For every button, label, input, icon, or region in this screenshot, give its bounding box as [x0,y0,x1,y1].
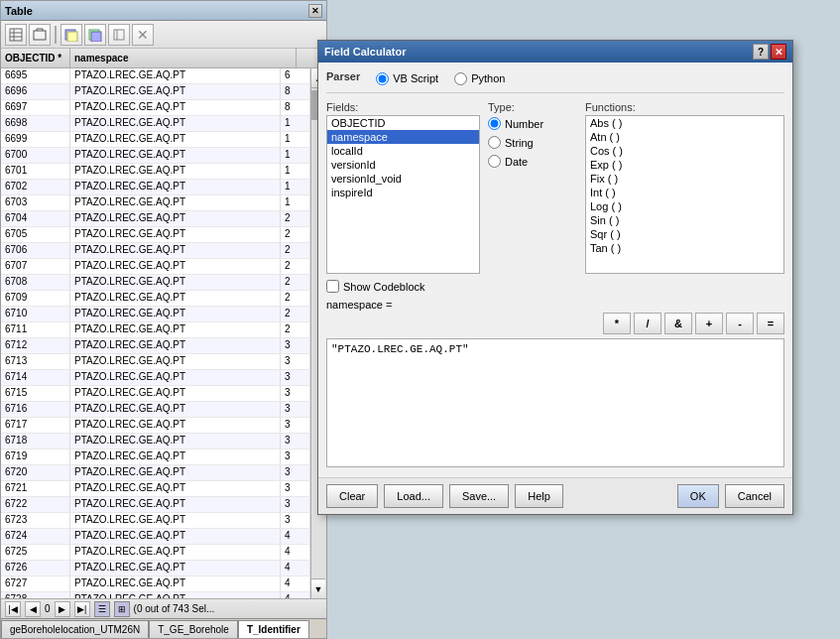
table-row[interactable]: 6696 PTAZO.LREC.GE.AQ.PT 8 [1,84,310,100]
tab-geboreholelocation[interactable]: geBoreholelocation_UTM26N [1,620,149,638]
func-list-item[interactable]: Atn ( ) [586,130,783,144]
calc-buttons-row: */&+-= [326,313,784,334]
table-row[interactable]: 6702 PTAZO.LREC.GE.AQ.PT 1 [1,180,310,195]
table-row[interactable]: 6698 PTAZO.LREC.GE.AQ.PT 1 [1,116,310,132]
table-icon[interactable]: ⊞ [114,601,130,617]
calc-op-button[interactable]: - [726,313,754,334]
vbscript-label[interactable]: VB Script [393,72,438,84]
toolbar-btn-2[interactable] [29,24,51,46]
table-row[interactable]: 6712 PTAZO.LREC.GE.AQ.PT 3 [1,338,310,354]
table-row[interactable]: 6724 PTAZO.LREC.GE.AQ.PT 4 [1,529,310,545]
table-row[interactable]: 6719 PTAZO.LREC.GE.AQ.PT 3 [1,449,310,465]
table-row[interactable]: 6723 PTAZO.LREC.GE.AQ.PT 3 [1,513,310,529]
calc-op-button[interactable]: * [603,313,631,334]
table-row[interactable]: 6722 PTAZO.LREC.GE.AQ.PT 3 [1,497,310,513]
toolbar-btn-3[interactable] [60,24,82,46]
cell-objectid: 6707 [1,259,70,274]
save-button[interactable]: Save... [449,484,509,508]
func-list-item[interactable]: Cos ( ) [586,144,783,158]
fields-list-item[interactable]: OBJECTID [327,116,479,130]
table-row[interactable]: 6726 PTAZO.LREC.GE.AQ.PT 4 [1,561,310,576]
fields-list-item[interactable]: versionId_void [327,172,479,186]
date-radio[interactable] [488,155,501,168]
cell-extra: 1 [281,132,310,147]
codeblock-label[interactable]: Show Codeblock [343,281,425,293]
fields-list-item[interactable]: inspireId [327,186,479,199]
table-row[interactable]: 6720 PTAZO.LREC.GE.AQ.PT 3 [1,465,310,481]
dialog-help-button[interactable]: ? [753,44,769,60]
table-row[interactable]: 6717 PTAZO.LREC.GE.AQ.PT 3 [1,418,310,434]
table-row[interactable]: 6705 PTAZO.LREC.GE.AQ.PT 2 [1,227,310,243]
table-row[interactable]: 6701 PTAZO.LREC.GE.AQ.PT 1 [1,164,310,180]
toolbar-btn-4[interactable] [84,24,106,46]
calc-op-button[interactable]: / [634,313,661,334]
table-row[interactable]: 6703 PTAZO.LREC.GE.AQ.PT 1 [1,195,310,211]
load-button[interactable]: Load... [384,484,443,508]
func-list-item[interactable]: Abs ( ) [586,116,783,130]
func-list-item[interactable]: Fix ( ) [586,172,783,186]
table-row[interactable]: 6715 PTAZO.LREC.GE.AQ.PT 3 [1,386,310,402]
number-radio[interactable] [488,117,501,130]
fields-list-item[interactable]: namespace [327,130,479,144]
fields-list[interactable]: OBJECTIDnamespacelocalIdversionIdversion… [326,115,480,274]
table-row[interactable]: 6697 PTAZO.LREC.GE.AQ.PT 8 [1,100,310,116]
python-radio[interactable] [454,72,467,85]
cell-extra: 8 [281,100,310,115]
table-row[interactable]: 6725 PTAZO.LREC.GE.AQ.PT 4 [1,545,310,561]
select-icon[interactable]: ☰ [94,601,110,617]
python-label[interactable]: Python [471,72,505,84]
fields-list-item[interactable]: versionId [327,158,479,172]
nav-last[interactable]: ▶| [74,601,90,617]
table-row[interactable]: 6721 PTAZO.LREC.GE.AQ.PT 3 [1,481,310,497]
table-row[interactable]: 6713 PTAZO.LREC.GE.AQ.PT 3 [1,354,310,370]
calc-op-button[interactable]: & [664,313,692,334]
table-row[interactable]: 6695 PTAZO.LREC.GE.AQ.PT 6 [1,68,310,84]
cell-namespace: PTAZO.LREC.GE.AQ.PT [70,481,281,496]
dialog-close-button[interactable]: ✕ [771,44,786,60]
table-row[interactable]: 6718 PTAZO.LREC.GE.AQ.PT 3 [1,434,310,449]
fields-list-item[interactable]: localId [327,144,479,158]
toolbar-btn-1[interactable] [5,24,27,46]
calc-op-button[interactable]: = [757,313,784,334]
cell-objectid: 6718 [1,434,70,448]
table-row[interactable]: 6700 PTAZO.LREC.GE.AQ.PT 1 [1,148,310,164]
string-radio[interactable] [488,136,501,149]
func-list-item[interactable]: Log ( ) [586,199,783,213]
close-button[interactable]: ✕ [308,4,322,18]
func-list-item[interactable]: Sin ( ) [586,213,783,227]
cell-namespace: PTAZO.LREC.GE.AQ.PT [70,275,281,290]
ok-button[interactable]: OK [677,484,719,508]
toolbar-btn-6[interactable]: ✕ [132,24,154,46]
toolbar-btn-5[interactable] [108,24,130,46]
func-list-item[interactable]: Int ( ) [586,186,783,199]
table-row[interactable]: 6727 PTAZO.LREC.GE.AQ.PT 4 [1,576,310,592]
clear-button[interactable]: Clear [326,484,378,508]
nav-first[interactable]: |◀ [5,601,21,617]
table-row[interactable]: 6714 PTAZO.LREC.GE.AQ.PT 3 [1,370,310,386]
type-panel: Type: Number String Date [488,101,577,274]
table-row[interactable]: 6710 PTAZO.LREC.GE.AQ.PT 2 [1,307,310,322]
help-button[interactable]: Help [515,484,563,508]
table-row[interactable]: 6709 PTAZO.LREC.GE.AQ.PT 2 [1,291,310,307]
table-row[interactable]: 6708 PTAZO.LREC.GE.AQ.PT 2 [1,275,310,291]
table-row[interactable]: 6706 PTAZO.LREC.GE.AQ.PT 2 [1,243,310,259]
functions-list[interactable]: Abs ( )Atn ( )Cos ( )Exp ( )Fix ( )Int (… [585,115,784,274]
func-list-item[interactable]: Exp ( ) [586,158,783,172]
codeblock-row: Show Codeblock [326,280,784,293]
table-row[interactable]: 6699 PTAZO.LREC.GE.AQ.PT 1 [1,132,310,148]
table-row[interactable]: 6707 PTAZO.LREC.GE.AQ.PT 2 [1,259,310,275]
cancel-button[interactable]: Cancel [725,484,784,508]
tab-identifier[interactable]: T_Identifier [238,620,309,638]
tab-ge-borehole[interactable]: T_GE_Borehole [149,620,238,638]
vbscript-radio[interactable] [376,72,389,85]
func-list-item[interactable]: Tan ( ) [586,241,783,255]
calc-op-button[interactable]: + [695,313,723,334]
table-row[interactable]: 6716 PTAZO.LREC.GE.AQ.PT 3 [1,402,310,418]
nav-next[interactable]: ▶ [55,601,70,617]
func-list-item[interactable]: Sqr ( ) [586,227,783,241]
codeblock-checkbox[interactable] [326,280,339,293]
nav-prev[interactable]: ◀ [25,601,41,617]
table-row[interactable]: 6711 PTAZO.LREC.GE.AQ.PT 2 [1,322,310,338]
expression-textarea[interactable] [326,338,784,467]
table-row[interactable]: 6704 PTAZO.LREC.GE.AQ.PT 2 [1,211,310,227]
